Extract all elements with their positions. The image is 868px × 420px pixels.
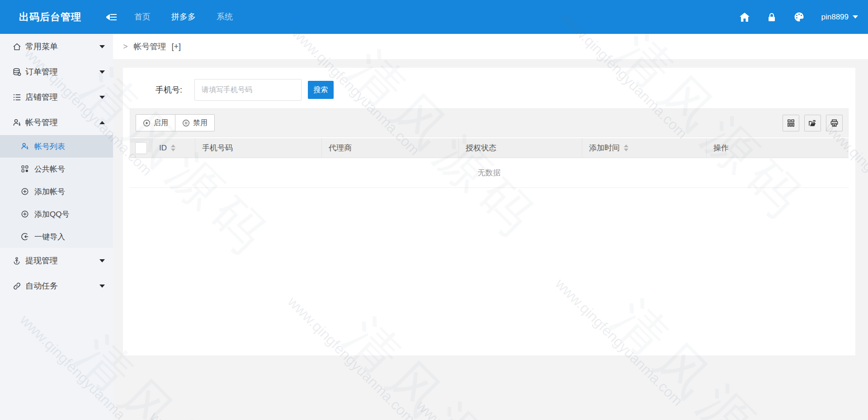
user-key-icon [21,142,29,151]
table-header-checkbox-cell [130,138,152,158]
sidebar-item-label: 自动任务 [25,280,58,291]
table-header-auth-status: 授权状态 [459,138,582,158]
export-icon[interactable] [804,115,821,131]
column-label: 操作 [713,143,729,153]
top-nav: 首页 拼多多 系统 [124,0,243,34]
sidebar: 常用菜单 订单管理 店铺管理 [0,34,113,420]
search-form: 手机号: 搜索 [123,68,855,101]
print-icon[interactable] [826,115,843,131]
lock-icon[interactable] [767,12,777,22]
sidebar-item-public-accounts[interactable]: 公共帐号 [0,158,113,180]
accounts-submenu: 帐号列表 公共帐号 添加帐号 [0,135,113,248]
enable-label: 启用 [154,118,168,128]
chevron-down-icon [99,70,105,74]
sidebar-item-shops[interactable]: 店铺管理 [0,84,113,110]
sidebar-item-label: 一键导入 [34,232,65,242]
sidebar-item-accounts[interactable]: 帐号管理 [0,110,113,135]
home-icon[interactable] [740,12,750,22]
select-all-checkbox[interactable] [135,142,147,154]
database-icon [13,68,21,76]
theme-palette-icon[interactable] [794,12,804,22]
caret-down-icon [853,15,858,19]
table-header-operations: 操作 [707,138,849,158]
nav-item-home[interactable]: 首页 [124,0,161,34]
breadcrumb-arrow: > [123,42,128,51]
link-icon [13,282,21,290]
sidebar-item-label: 常用菜单 [25,41,58,52]
table-header-phone: 手机号码 [195,138,322,158]
nav-item-system[interactable]: 系统 [206,0,243,34]
import-icon [21,233,29,241]
toolbar-right-icons [783,115,843,131]
main-content: > 帐号管理 [+] 手机号: 搜索 启用 [113,34,868,420]
table-header-agent: 代理商 [322,138,459,158]
header-right-tools: pin8899 [740,12,858,22]
sidebar-item-label: 提现管理 [25,255,58,266]
phone-label: 手机号: [123,84,182,95]
columns-filter-icon[interactable] [783,115,799,131]
table-header-id[interactable]: ID [152,138,195,158]
content-panel: 手机号: 搜索 启用 [123,68,855,355]
column-label: 授权状态 [466,143,496,153]
enable-button[interactable]: 启用 [136,114,175,131]
toolbar-button-group: 启用 禁用 [136,114,215,131]
sidebar-item-label: 添加帐号 [34,187,65,197]
sidebar-item-withdraw[interactable]: 提现管理 [0,248,113,273]
chevron-down-icon [99,285,105,288]
sidebar-item-label: 公共帐号 [34,164,65,174]
nav-item-pinduoduo[interactable]: 拼多多 [161,0,206,34]
sidebar-item-auto-tasks[interactable]: 自动任务 [0,273,113,299]
username: pin8899 [821,13,849,22]
user-key-icon [13,118,21,127]
table-empty-state: 无数据 [130,158,849,188]
top-header: 出码后台管理 首页 拼多多 系统 [0,0,868,34]
sidebar-item-label: 添加QQ号 [34,209,69,219]
sidebar-item-account-list[interactable]: 帐号列表 [0,135,113,158]
app-title: 出码后台管理 [19,10,81,24]
column-label: 代理商 [329,143,352,153]
grid-dots-icon [21,165,29,173]
chevron-down-icon [99,259,105,262]
sidebar-item-orders[interactable]: 订单管理 [0,59,113,84]
disable-button[interactable]: 禁用 [175,114,215,131]
sidebar-item-add-account[interactable]: 添加帐号 [0,180,113,203]
sidebar-item-add-qq[interactable]: 添加QQ号 [0,203,113,225]
play-circle-icon [143,119,151,127]
sidebar-item-label: 帐号管理 [25,117,58,128]
column-label: 手机号码 [202,143,233,153]
sort-icon[interactable] [624,145,628,151]
list-icon [13,93,21,102]
table-header-row: ID 手机号码 代理商 授权状态 添加时间 操作 [130,138,849,158]
chevron-up-icon [99,121,105,124]
plus-circle-icon [21,210,29,219]
anchor-icon [13,257,21,265]
table-toolbar: 启用 禁用 [130,108,849,137]
column-label: ID [159,144,167,153]
sidebar-collapse-icon[interactable] [106,11,118,23]
plus-circle-icon [21,187,29,196]
sort-icon[interactable] [171,145,175,151]
breadcrumb-open-tab[interactable]: [+] [172,42,181,51]
sidebar-item-common-menu[interactable]: 常用菜单 [0,34,113,59]
table-header-add-time[interactable]: 添加时间 [582,138,707,158]
home-outline-icon [13,42,21,51]
chevron-down-icon [99,96,105,99]
breadcrumb-label: 帐号管理 [134,41,166,52]
chevron-down-icon [99,45,105,48]
user-menu[interactable]: pin8899 [821,13,858,22]
breadcrumb: > 帐号管理 [+] [113,34,868,59]
disable-label: 禁用 [193,118,208,128]
phone-input[interactable] [194,79,302,101]
sidebar-item-label: 订单管理 [25,66,58,77]
column-label: 添加时间 [589,143,620,153]
sidebar-item-one-key-import[interactable]: 一键导入 [0,225,113,248]
sidebar-item-label: 店铺管理 [25,92,58,103]
pause-circle-icon [182,119,190,127]
sidebar-item-label: 帐号列表 [34,141,65,152]
search-button[interactable]: 搜索 [308,81,334,99]
